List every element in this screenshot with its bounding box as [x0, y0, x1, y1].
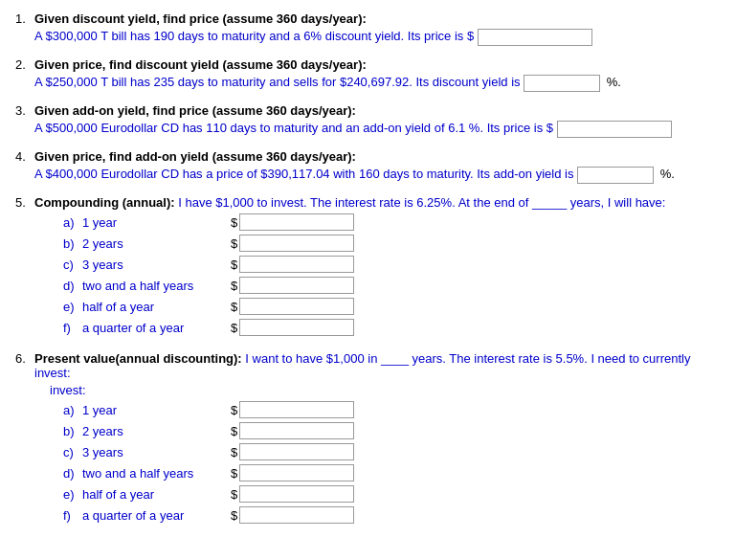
- q6-input-f[interactable]: [239, 506, 354, 524]
- q6-subitems: a) 1 year $ b) 2 years $ c) 3 years $ d)…: [63, 401, 721, 524]
- q6-label-d: two and a half years: [82, 466, 231, 481]
- q2-body-text: A $250,000 T bill has 235 days to maturi…: [34, 75, 521, 89]
- q1-body-line: A $300,000 T bill has 190 days to maturi…: [34, 29, 721, 46]
- q6-input-d[interactable]: [239, 464, 354, 482]
- q5-dollar-d: $: [231, 279, 237, 293]
- q5-number: 5.: [15, 195, 34, 340]
- q1-content: Given discount yield, find price (assume…: [34, 11, 721, 46]
- q6-dollar-d: $: [231, 466, 237, 481]
- q4-pct-label: %.: [660, 167, 675, 181]
- q6-item-c: c) 3 years $: [63, 443, 721, 460]
- question-1: 1. Given discount yield, find price (ass…: [15, 11, 721, 46]
- question-6: 6. Present value(annual discounting): I …: [15, 351, 721, 527]
- q4-number: 4.: [15, 149, 34, 184]
- q6-invest-text: invest:: [50, 383, 86, 397]
- q5-dollar-b: $: [231, 236, 237, 251]
- q6-label-a: 1 year: [82, 403, 231, 417]
- q5-letter-d: d): [63, 279, 82, 293]
- q5-dollar-c: $: [231, 258, 237, 272]
- q4-title: Given price, find add-on yield (assume 3…: [34, 149, 356, 164]
- q5-dollar-a: $: [231, 215, 237, 230]
- q6-letter-a: a): [63, 403, 82, 417]
- q6-number: 6.: [15, 351, 34, 527]
- q6-letter-d: d): [63, 466, 82, 481]
- q6-input-b[interactable]: [239, 422, 354, 439]
- q1-title: Given discount yield, find price (assume…: [34, 11, 367, 26]
- q5-intro-text: I have $1,000 to invest. The interest ra…: [178, 195, 665, 210]
- q5-input-d[interactable]: [239, 277, 354, 294]
- q4-answer-input[interactable]: [577, 167, 654, 184]
- q5-letter-a: a): [63, 215, 82, 230]
- q2-body-line: A $250,000 T bill has 235 days to maturi…: [34, 75, 721, 92]
- q2-content: Given price, find discount yield (assume…: [34, 57, 721, 92]
- q1-number: 1.: [15, 11, 34, 46]
- q6-dollar-c: $: [231, 445, 237, 459]
- q3-body-text: A $500,000 Eurodollar CD has 110 days to…: [34, 121, 553, 135]
- q3-title-line: Given add-on yield, find price (assume 3…: [34, 103, 721, 118]
- q5-label-b: 2 years: [82, 236, 231, 251]
- q5-dollar-f: $: [231, 321, 237, 335]
- q6-label-c: 3 years: [82, 445, 231, 459]
- q3-content: Given add-on yield, find price (assume 3…: [34, 103, 721, 138]
- q6-item-d: d) two and a half years $: [63, 464, 721, 482]
- q2-title-line: Given price, find discount yield (assume…: [34, 57, 721, 72]
- q5-item-f: f) a quarter of a year $: [63, 319, 721, 336]
- q5-input-a[interactable]: [239, 213, 354, 231]
- q1-answer-input[interactable]: [478, 29, 592, 46]
- q3-answer-input[interactable]: [557, 121, 672, 138]
- q5-item-b: b) 2 years $: [63, 235, 721, 252]
- q5-input-b[interactable]: [239, 235, 354, 252]
- q5-item-e: e) half of a year $: [63, 298, 721, 315]
- q6-item-b: b) 2 years $: [63, 422, 721, 439]
- q5-subitems: a) 1 year $ b) 2 years $ c) 3 years $ d)…: [63, 213, 721, 336]
- q5-title-line: Compounding (annual): I have $1,000 to i…: [34, 195, 721, 210]
- q4-content: Given price, find add-on yield (assume 3…: [34, 149, 721, 184]
- q5-title: Compounding (annual):: [34, 195, 178, 210]
- q6-input-e[interactable]: [239, 485, 354, 503]
- q5-input-f[interactable]: [239, 319, 354, 336]
- q6-letter-f: f): [63, 508, 82, 523]
- q5-letter-b: b): [63, 236, 82, 251]
- q3-body-line: A $500,000 Eurodollar CD has 110 days to…: [34, 121, 721, 138]
- q6-title: Present value(annual discounting):: [34, 351, 245, 366]
- q5-input-e[interactable]: [239, 298, 354, 315]
- q6-dollar-e: $: [231, 487, 237, 502]
- q6-content: Present value(annual discounting): I wan…: [34, 351, 721, 527]
- q6-letter-e: e): [63, 487, 82, 502]
- q6-item-e: e) half of a year $: [63, 485, 721, 503]
- q2-pct-label: %.: [607, 75, 621, 89]
- q3-title: Given add-on yield, find price (assume 3…: [34, 103, 356, 118]
- q6-dollar-b: $: [231, 424, 237, 438]
- q5-content: Compounding (annual): I have $1,000 to i…: [34, 195, 721, 340]
- q6-letter-b: b): [63, 424, 82, 438]
- q4-body-text: A $400,000 Eurodollar CD has a price of …: [34, 167, 573, 181]
- q6-input-c[interactable]: [239, 443, 354, 460]
- q6-input-a[interactable]: [239, 401, 354, 418]
- question-4: 4. Given price, find add-on yield (assum…: [15, 149, 721, 184]
- q6-item-a: a) 1 year $: [63, 401, 721, 418]
- q5-label-f: a quarter of a year: [82, 321, 231, 335]
- q6-dollar-a: $: [231, 403, 237, 417]
- q6-title-line: Present value(annual discounting): I wan…: [34, 351, 721, 380]
- q6-label-e: half of a year: [82, 487, 231, 502]
- q6-item-f: f) a quarter of a year $: [63, 506, 721, 524]
- q5-letter-f: f): [63, 321, 82, 335]
- q4-title-line: Given price, find add-on yield (assume 3…: [34, 149, 721, 164]
- q6-letter-c: c): [63, 445, 82, 459]
- q4-body-line: A $400,000 Eurodollar CD has a price of …: [34, 167, 721, 184]
- q1-title-line: Given discount yield, find price (assume…: [34, 11, 721, 26]
- q2-number: 2.: [15, 57, 34, 92]
- q5-item-c: c) 3 years $: [63, 256, 721, 273]
- q6-label-b: 2 years: [82, 424, 231, 438]
- q2-answer-input[interactable]: [524, 75, 600, 92]
- q6-dollar-f: $: [231, 508, 237, 523]
- q2-title: Given price, find discount yield (assume…: [34, 57, 367, 72]
- q5-label-a: 1 year: [82, 215, 231, 230]
- q5-letter-c: c): [63, 258, 82, 272]
- q5-label-e: half of a year: [82, 300, 231, 314]
- question-2: 2. Given price, find discount yield (ass…: [15, 57, 721, 92]
- question-5: 5. Compounding (annual): I have $1,000 t…: [15, 195, 721, 340]
- q1-body-text: A $300,000 T bill has 190 days to maturi…: [34, 29, 474, 43]
- q6-invest-label: invest:: [50, 383, 721, 397]
- q5-input-c[interactable]: [239, 256, 354, 273]
